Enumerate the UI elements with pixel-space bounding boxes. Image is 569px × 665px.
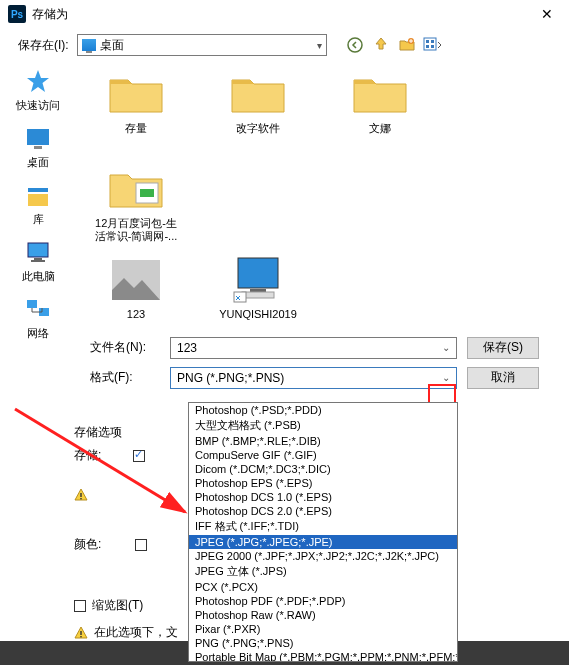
file-pane[interactable]: 存量 改字软件 文娜 12月百度词包-生活常识-简调网-... 123 xyxy=(68,62,569,401)
svg-rect-2 xyxy=(424,38,436,50)
chevron-down-icon: ▾ xyxy=(317,40,322,51)
back-icon[interactable] xyxy=(345,35,365,55)
location-text: 桌面 xyxy=(100,37,124,54)
svg-rect-26 xyxy=(80,631,81,635)
save-sublabel: 存储: xyxy=(74,447,101,464)
titlebar: Ps 存储为 ✕ xyxy=(0,0,569,28)
sidebar-item-label: 快速访问 xyxy=(16,98,60,113)
format-option[interactable]: PNG (*.PNG;*.PNS) xyxy=(189,636,457,650)
close-button[interactable]: ✕ xyxy=(533,6,561,22)
format-option[interactable]: CompuServe GIF (*.GIF) xyxy=(189,448,457,462)
network-icon xyxy=(24,296,52,324)
svg-rect-20 xyxy=(238,258,278,288)
file-name: YUNQISHI2019 xyxy=(219,308,297,321)
folder-icon xyxy=(228,70,288,118)
format-option[interactable]: JPEG (*.JPG;*.JPEG;*.JPE) xyxy=(189,535,457,549)
format-option[interactable]: Portable Bit Map (*.PBM;*.PGM;*.PPM;*.PN… xyxy=(189,650,457,662)
svg-rect-14 xyxy=(27,300,37,308)
new-folder-icon[interactable] xyxy=(397,35,417,55)
svg-rect-25 xyxy=(80,498,81,499)
checkbox[interactable] xyxy=(133,450,145,462)
folder-name: 文娜 xyxy=(369,122,391,135)
note-text: 在此选项下，文 xyxy=(94,624,178,641)
folder-item[interactable]: 12月百度词包-生活常识-简调网-... xyxy=(90,165,182,243)
sidebar-item-label: 库 xyxy=(33,212,44,227)
save-button[interactable]: 保存(S) xyxy=(467,337,539,359)
sidebar-item-desktop[interactable]: 桌面 xyxy=(24,125,52,170)
file-item[interactable]: 123 xyxy=(90,256,182,321)
options-title: 存储选项 xyxy=(74,424,184,441)
format-option[interactable]: Photoshop (*.PSD;*.PDD) xyxy=(189,403,457,417)
folder-name: 改字软件 xyxy=(236,122,280,135)
filename-input[interactable]: 123 ⌄ xyxy=(170,337,457,359)
sidebar-item-libraries[interactable]: 库 xyxy=(24,182,52,227)
folder-icon xyxy=(350,70,410,118)
image-thumb-icon xyxy=(106,256,166,304)
folder-icon xyxy=(106,165,166,213)
pc-icon xyxy=(24,239,52,267)
format-combo[interactable]: PNG (*.PNG;*.PNS) ⌄ xyxy=(170,367,457,389)
folder-name: 存量 xyxy=(125,122,147,135)
format-option[interactable]: Dicom (*.DCM;*.DC3;*.DIC) xyxy=(189,462,457,476)
filename-value: 123 xyxy=(177,341,197,355)
format-option[interactable]: Photoshop Raw (*.RAW) xyxy=(189,608,457,622)
svg-rect-4 xyxy=(431,40,434,43)
desktop-icon xyxy=(82,39,96,51)
chevron-down-icon: ⌄ xyxy=(442,342,450,353)
thumbnail-checkbox[interactable] xyxy=(74,600,86,612)
svg-rect-17 xyxy=(140,189,154,197)
svg-rect-3 xyxy=(426,40,429,43)
star-icon xyxy=(24,68,52,96)
location-combo[interactable]: 桌面 ▾ xyxy=(77,34,327,56)
format-option[interactable]: JPEG 2000 (*.JPF;*.JPX;*.JP2;*.J2C;*.J2K… xyxy=(189,549,457,563)
format-option[interactable]: Pixar (*.PXR) xyxy=(189,622,457,636)
svg-rect-7 xyxy=(27,129,49,145)
format-option[interactable]: BMP (*.BMP;*.RLE;*.DIB) xyxy=(189,434,457,448)
file-name: 123 xyxy=(127,308,145,321)
svg-rect-23 xyxy=(234,292,246,302)
sidebar-item-this-pc[interactable]: 此电脑 xyxy=(22,239,55,284)
svg-rect-24 xyxy=(80,493,81,497)
svg-rect-12 xyxy=(34,258,42,260)
toolbar: 保存在(I): 桌面 ▾ xyxy=(0,28,569,62)
folder-item[interactable]: 改字软件 xyxy=(212,70,304,135)
svg-rect-9 xyxy=(28,188,48,192)
format-option[interactable]: Photoshop DCS 2.0 (*.EPS) xyxy=(189,504,457,518)
folder-icon xyxy=(106,70,166,118)
svg-rect-22 xyxy=(242,292,274,298)
folder-item[interactable]: 文娜 xyxy=(334,70,426,135)
format-option[interactable]: Photoshop PDF (*.PDF;*.PDP) xyxy=(189,594,457,608)
folder-item[interactable]: 存量 xyxy=(90,70,182,135)
svg-rect-27 xyxy=(80,636,81,637)
cancel-button[interactable]: 取消 xyxy=(467,367,539,389)
format-option[interactable]: Photoshop EPS (*.EPS) xyxy=(189,476,457,490)
sidebar-item-label: 此电脑 xyxy=(22,269,55,284)
format-option[interactable]: PCX (*.PCX) xyxy=(189,580,457,594)
svg-rect-5 xyxy=(426,45,429,48)
save-in-label: 保存在(I): xyxy=(18,37,69,54)
sidebar-item-quick-access[interactable]: 快速访问 xyxy=(16,68,60,113)
warning-icon xyxy=(74,488,88,502)
up-icon[interactable] xyxy=(371,35,391,55)
desktop-icon xyxy=(24,125,52,153)
format-label: 格式(F): xyxy=(90,369,160,386)
format-option[interactable]: 大型文档格式 (*.PSB) xyxy=(189,417,457,434)
chevron-down-icon: ⌄ xyxy=(442,372,450,383)
view-menu-icon[interactable] xyxy=(423,35,443,55)
photoshop-icon: Ps xyxy=(8,5,26,23)
library-icon xyxy=(24,182,52,210)
format-option[interactable]: Photoshop DCS 1.0 (*.EPS) xyxy=(189,490,457,504)
svg-rect-10 xyxy=(28,194,48,206)
warning-icon xyxy=(74,626,88,640)
format-option[interactable]: JPEG 立体 (*.JPS) xyxy=(189,563,457,580)
file-item[interactable]: YUNQISHI2019 xyxy=(212,256,304,321)
save-options-panel: 存储选项 存储: 颜色: 缩览图(T) 在此选项下，文 xyxy=(74,424,184,641)
format-value: PNG (*.PNG;*.PNS) xyxy=(177,371,284,385)
checkbox[interactable] xyxy=(135,539,147,551)
color-label: 颜色: xyxy=(74,536,101,553)
format-option[interactable]: IFF 格式 (*.IFF;*.TDI) xyxy=(189,518,457,535)
sidebar-item-network[interactable]: 网络 xyxy=(24,296,52,341)
sidebar-item-label: 网络 xyxy=(27,326,49,341)
svg-rect-8 xyxy=(34,146,42,149)
format-dropdown[interactable]: Photoshop (*.PSD;*.PDD)大型文档格式 (*.PSB)BMP… xyxy=(188,402,458,662)
